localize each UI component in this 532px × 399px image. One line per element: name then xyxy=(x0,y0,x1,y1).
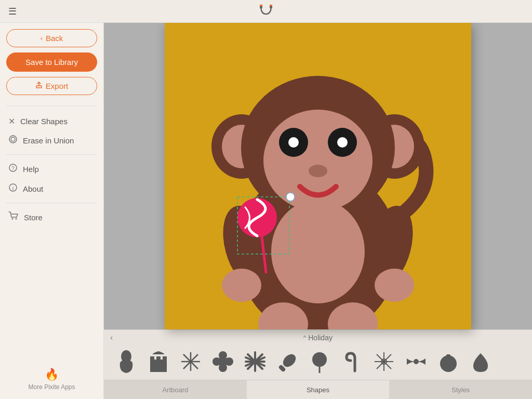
svg-point-11 xyxy=(12,218,14,220)
store-icon xyxy=(8,211,19,223)
divider-3 xyxy=(6,203,97,203)
back-label: Back xyxy=(46,34,63,43)
svg-rect-6 xyxy=(11,137,15,141)
export-button[interactable]: Export xyxy=(6,77,97,95)
svg-point-35 xyxy=(286,193,295,201)
shape-item-matryoshka[interactable] xyxy=(112,348,140,376)
sidebar-item-erase-union[interactable]: Erase in Union xyxy=(6,130,97,150)
clear-shapes-label: Clear Shapes xyxy=(20,117,68,126)
chevron-up-icon: ^ xyxy=(303,335,306,341)
shape-item-candy-cane[interactable] xyxy=(338,348,366,376)
svg-rect-3 xyxy=(270,5,272,6)
svg-point-23 xyxy=(337,137,348,148)
svg-point-24 xyxy=(309,165,327,177)
svg-point-66 xyxy=(414,359,419,364)
divider-1 xyxy=(6,105,97,106)
export-icon xyxy=(35,82,43,90)
svg-point-21 xyxy=(288,137,299,148)
svg-text:i: i xyxy=(12,185,14,191)
export-label: Export xyxy=(46,82,68,90)
svg-point-50 xyxy=(218,356,228,367)
shape-item-ornament[interactable] xyxy=(434,348,462,376)
sidebar-item-store[interactable]: Store xyxy=(6,207,97,227)
svg-rect-38 xyxy=(150,356,154,362)
main-layout: ‹ Back Save to Library Export ✕ Clear Sh… xyxy=(0,23,532,399)
svg-rect-40 xyxy=(163,356,167,362)
back-button[interactable]: ‹ Back xyxy=(6,29,97,47)
canvas-area[interactable] xyxy=(104,23,532,329)
erase-union-icon xyxy=(8,135,18,146)
erase-union-label: Erase in Union xyxy=(23,136,74,145)
shape-item-castle[interactable] xyxy=(144,348,172,376)
shapes-scroll[interactable] xyxy=(104,345,532,380)
svg-point-59 xyxy=(312,352,327,367)
sidebar-item-about[interactable]: i About xyxy=(6,179,97,198)
shape-item-snowflake2[interactable] xyxy=(370,348,398,376)
shapes-label-bar: ‹ ^ Holiday xyxy=(104,330,532,345)
help-label: Help xyxy=(23,165,39,174)
bottom-tabs: Artboard Shapes Styles xyxy=(104,380,532,399)
shape-item-bow[interactable] xyxy=(402,348,430,376)
flame-icon: 🔥 xyxy=(45,368,59,381)
svg-point-12 xyxy=(16,218,17,220)
svg-point-29 xyxy=(375,269,414,302)
shape-item-snowflake1[interactable] xyxy=(177,348,205,376)
svg-rect-41 xyxy=(155,365,162,372)
svg-point-67 xyxy=(440,355,457,372)
svg-rect-39 xyxy=(156,356,161,362)
magnet-icon[interactable] xyxy=(259,4,273,19)
clear-shapes-icon: ✕ xyxy=(8,116,15,126)
artboard[interactable] xyxy=(165,23,471,329)
about-icon: i xyxy=(8,183,18,194)
header-bar: ☰ xyxy=(0,0,532,23)
shape-item-candy[interactable] xyxy=(273,348,301,376)
tab-styles[interactable]: Styles xyxy=(389,380,532,399)
menu-icon[interactable]: ☰ xyxy=(8,6,17,17)
sidebar: ‹ Back Save to Library Export ✕ Clear Sh… xyxy=(0,23,104,399)
save-label: Save to Library xyxy=(25,58,78,66)
help-icon: ? xyxy=(8,163,18,175)
store-label: Store xyxy=(24,213,43,222)
svg-rect-68 xyxy=(446,354,450,357)
collapse-panel-button[interactable]: ‹ xyxy=(110,333,113,342)
category-label[interactable]: ^ Holiday xyxy=(303,334,332,342)
back-chevron-icon: ‹ xyxy=(41,34,43,42)
more-apps-button[interactable]: 🔥 More Pixite Apps xyxy=(0,368,103,391)
divider-2 xyxy=(6,154,97,155)
shape-item-flower[interactable] xyxy=(209,348,237,376)
save-to-library-button[interactable]: Save to Library xyxy=(6,52,97,72)
about-label: About xyxy=(23,184,43,193)
svg-text:?: ? xyxy=(11,166,15,171)
tab-artboard[interactable]: Artboard xyxy=(104,380,247,399)
svg-point-25 xyxy=(271,200,365,303)
tab-shapes[interactable]: Shapes xyxy=(247,380,390,399)
svg-rect-2 xyxy=(260,5,262,6)
svg-point-28 xyxy=(222,269,261,302)
sidebar-item-help[interactable]: ? Help xyxy=(6,159,97,179)
bottom-panel: ‹ ^ Holiday xyxy=(104,329,532,399)
shape-item-lollipop[interactable] xyxy=(305,348,334,376)
shape-item-asterisk[interactable] xyxy=(241,348,269,376)
sidebar-item-clear-shapes[interactable]: ✕ Clear Shapes xyxy=(6,112,97,130)
svg-rect-5 xyxy=(9,136,17,143)
more-apps-label: More Pixite Apps xyxy=(28,383,75,391)
shape-item-teardrop[interactable] xyxy=(467,348,495,376)
